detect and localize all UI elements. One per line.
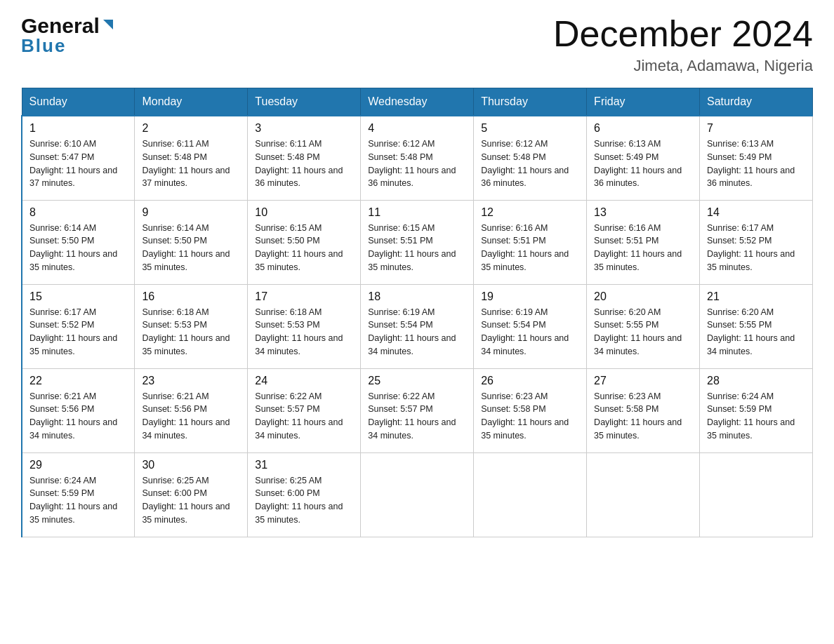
calendar-day-cell: 7 Sunrise: 6:13 AM Sunset: 5:49 PM Dayli…: [700, 116, 813, 200]
day-number: 24: [255, 375, 353, 387]
day-number: 27: [594, 375, 692, 387]
day-number: 30: [142, 459, 240, 471]
calendar-day-cell: 15 Sunrise: 6:17 AM Sunset: 5:52 PM Dayl…: [22, 284, 135, 368]
day-info: Sunrise: 6:14 AM Sunset: 5:50 PM Dayligh…: [142, 222, 240, 274]
day-number: 1: [29, 122, 127, 135]
day-info: Sunrise: 6:18 AM Sunset: 5:53 PM Dayligh…: [255, 306, 353, 358]
day-number: 31: [255, 459, 353, 471]
calendar-day-cell: 14 Sunrise: 6:17 AM Sunset: 5:52 PM Dayl…: [700, 200, 813, 284]
calendar-week-row: 22 Sunrise: 6:21 AM Sunset: 5:56 PM Dayl…: [22, 368, 813, 452]
day-info: Sunrise: 6:25 AM Sunset: 6:00 PM Dayligh…: [142, 474, 240, 527]
day-info: Sunrise: 6:24 AM Sunset: 5:59 PM Dayligh…: [29, 474, 127, 527]
calendar-day-cell: 3 Sunrise: 6:11 AM Sunset: 5:48 PM Dayli…: [248, 116, 361, 200]
calendar-day-cell: [474, 452, 587, 537]
day-number: 22: [29, 375, 127, 387]
day-info: Sunrise: 6:11 AM Sunset: 5:48 PM Dayligh…: [142, 137, 240, 190]
day-number: 20: [594, 290, 692, 303]
day-info: Sunrise: 6:13 AM Sunset: 5:49 PM Dayligh…: [707, 137, 805, 190]
day-number: 11: [368, 206, 466, 219]
calendar-day-cell: 12 Sunrise: 6:16 AM Sunset: 5:51 PM Dayl…: [474, 200, 587, 284]
title-block: December 2024 Jimeta, Adamawa, Nigeria: [553, 14, 813, 75]
calendar-day-cell: 17 Sunrise: 6:18 AM Sunset: 5:53 PM Dayl…: [248, 284, 361, 368]
logo: General Blue: [21, 14, 116, 57]
day-info: Sunrise: 6:23 AM Sunset: 5:58 PM Dayligh…: [594, 390, 692, 443]
day-number: 25: [368, 375, 466, 387]
day-info: Sunrise: 6:11 AM Sunset: 5:48 PM Dayligh…: [255, 137, 353, 190]
day-info: Sunrise: 6:12 AM Sunset: 5:48 PM Dayligh…: [481, 137, 579, 190]
calendar-day-cell: 2 Sunrise: 6:11 AM Sunset: 5:48 PM Dayli…: [135, 116, 248, 200]
day-number: 2: [142, 122, 240, 135]
calendar-day-cell: 18 Sunrise: 6:19 AM Sunset: 5:54 PM Dayl…: [361, 284, 474, 368]
calendar-day-cell: 31 Sunrise: 6:25 AM Sunset: 6:00 PM Dayl…: [248, 452, 361, 537]
day-number: 3: [255, 122, 353, 135]
day-number: 13: [594, 206, 692, 219]
day-number: 9: [142, 206, 240, 219]
day-of-week-header: Wednesday: [361, 88, 474, 116]
day-number: 4: [368, 122, 466, 135]
day-info: Sunrise: 6:21 AM Sunset: 5:56 PM Dayligh…: [29, 390, 127, 443]
day-number: 6: [594, 122, 692, 135]
day-info: Sunrise: 6:12 AM Sunset: 5:48 PM Dayligh…: [368, 137, 466, 190]
calendar-day-cell: 29 Sunrise: 6:24 AM Sunset: 5:59 PM Dayl…: [22, 452, 135, 537]
day-info: Sunrise: 6:19 AM Sunset: 5:54 PM Dayligh…: [481, 306, 579, 358]
calendar-day-cell: 25 Sunrise: 6:22 AM Sunset: 5:57 PM Dayl…: [361, 368, 474, 452]
day-of-week-header: Friday: [587, 88, 700, 116]
calendar-day-cell: 28 Sunrise: 6:24 AM Sunset: 5:59 PM Dayl…: [700, 368, 813, 452]
day-info: Sunrise: 6:14 AM Sunset: 5:50 PM Dayligh…: [29, 222, 127, 274]
calendar-day-cell: 22 Sunrise: 6:21 AM Sunset: 5:56 PM Dayl…: [22, 368, 135, 452]
day-number: 5: [481, 122, 579, 135]
calendar-day-cell: 8 Sunrise: 6:14 AM Sunset: 5:50 PM Dayli…: [22, 200, 135, 284]
day-info: Sunrise: 6:16 AM Sunset: 5:51 PM Dayligh…: [481, 222, 579, 274]
calendar-day-cell: 1 Sunrise: 6:10 AM Sunset: 5:47 PM Dayli…: [22, 116, 135, 200]
calendar-header-row: SundayMondayTuesdayWednesdayThursdayFrid…: [22, 88, 813, 116]
calendar-day-cell: 4 Sunrise: 6:12 AM Sunset: 5:48 PM Dayli…: [361, 116, 474, 200]
day-number: 7: [707, 122, 805, 135]
day-number: 12: [481, 206, 579, 219]
calendar-week-row: 1 Sunrise: 6:10 AM Sunset: 5:47 PM Dayli…: [22, 116, 813, 200]
calendar-location: Jimeta, Adamawa, Nigeria: [553, 57, 813, 75]
day-info: Sunrise: 6:19 AM Sunset: 5:54 PM Dayligh…: [368, 306, 466, 358]
day-of-week-header: Saturday: [700, 88, 813, 116]
day-number: 29: [29, 459, 127, 471]
day-number: 23: [142, 375, 240, 387]
calendar-day-cell: 19 Sunrise: 6:19 AM Sunset: 5:54 PM Dayl…: [474, 284, 587, 368]
day-number: 17: [255, 290, 353, 303]
day-info: Sunrise: 6:23 AM Sunset: 5:58 PM Dayligh…: [481, 390, 579, 443]
day-info: Sunrise: 6:17 AM Sunset: 5:52 PM Dayligh…: [707, 222, 805, 274]
day-number: 18: [368, 290, 466, 303]
calendar-day-cell: 5 Sunrise: 6:12 AM Sunset: 5:48 PM Dayli…: [474, 116, 587, 200]
day-info: Sunrise: 6:15 AM Sunset: 5:51 PM Dayligh…: [368, 222, 466, 274]
page-header: General Blue December 2024 Jimeta, Adama…: [21, 14, 813, 75]
day-info: Sunrise: 6:20 AM Sunset: 5:55 PM Dayligh…: [707, 306, 805, 358]
calendar-week-row: 8 Sunrise: 6:14 AM Sunset: 5:50 PM Dayli…: [22, 200, 813, 284]
day-info: Sunrise: 6:20 AM Sunset: 5:55 PM Dayligh…: [594, 306, 692, 358]
calendar-day-cell: 6 Sunrise: 6:13 AM Sunset: 5:49 PM Dayli…: [587, 116, 700, 200]
day-of-week-header: Tuesday: [248, 88, 361, 116]
day-number: 10: [255, 206, 353, 219]
day-info: Sunrise: 6:22 AM Sunset: 5:57 PM Dayligh…: [255, 390, 353, 443]
calendar-day-cell: [361, 452, 474, 537]
day-number: 8: [29, 206, 127, 219]
logo-triangle-icon: [100, 17, 116, 32]
day-number: 21: [707, 290, 805, 303]
calendar-title: December 2024: [553, 14, 813, 54]
calendar-week-row: 15 Sunrise: 6:17 AM Sunset: 5:52 PM Dayl…: [22, 284, 813, 368]
day-of-week-header: Monday: [135, 88, 248, 116]
calendar-day-cell: 13 Sunrise: 6:16 AM Sunset: 5:51 PM Dayl…: [587, 200, 700, 284]
svg-marker-0: [103, 20, 113, 29]
calendar-day-cell: 24 Sunrise: 6:22 AM Sunset: 5:57 PM Dayl…: [248, 368, 361, 452]
calendar-week-row: 29 Sunrise: 6:24 AM Sunset: 5:59 PM Dayl…: [22, 452, 813, 537]
day-info: Sunrise: 6:25 AM Sunset: 6:00 PM Dayligh…: [255, 474, 353, 527]
day-number: 26: [481, 375, 579, 387]
day-number: 19: [481, 290, 579, 303]
calendar-day-cell: 30 Sunrise: 6:25 AM Sunset: 6:00 PM Dayl…: [135, 452, 248, 537]
calendar-day-cell: [700, 452, 813, 537]
day-number: 15: [29, 290, 127, 303]
day-info: Sunrise: 6:24 AM Sunset: 5:59 PM Dayligh…: [707, 390, 805, 443]
calendar-day-cell: 20 Sunrise: 6:20 AM Sunset: 5:55 PM Dayl…: [587, 284, 700, 368]
calendar-day-cell: 23 Sunrise: 6:21 AM Sunset: 5:56 PM Dayl…: [135, 368, 248, 452]
day-info: Sunrise: 6:16 AM Sunset: 5:51 PM Dayligh…: [594, 222, 692, 274]
day-number: 28: [707, 375, 805, 387]
day-info: Sunrise: 6:22 AM Sunset: 5:57 PM Dayligh…: [368, 390, 466, 443]
day-number: 16: [142, 290, 240, 303]
